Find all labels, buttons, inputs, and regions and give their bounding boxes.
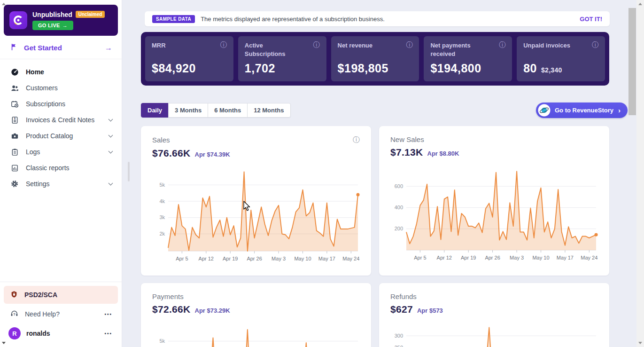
content-scrollbar-thumb[interactable] [628,8,636,115]
sidebar-item-psd2-sca[interactable]: PSD2/SCA [4,286,118,304]
user-menu[interactable]: R ronalds ••• [0,323,122,344]
info-icon[interactable]: ⓘ [220,41,227,48]
metric-title: MRR [152,41,166,50]
metric-value: $194,800 [430,62,481,75]
invoices-icon: $ [10,116,19,124]
sidebar-item-label: Classic reports [26,164,70,172]
sidebar-item-invoices[interactable]: $ Invoices & Credit Notes [0,112,122,128]
more-icon[interactable]: ••• [104,331,112,336]
svg-text:300: 300 [395,333,403,339]
sidebar-item-label: Subscriptions [26,100,65,108]
chevron-down-icon [109,181,113,185]
svg-text:Apr 12: Apr 12 [437,255,452,260]
metric-title: Unpaid invoices [523,41,570,50]
metric-value: 1,702 [245,62,275,75]
sidebar-item-label: Product Catalog [26,132,73,140]
chevron-down-icon [109,149,113,153]
new-sales-card: New Sales $7.13K Apr $8.80K 200400600Apr… [379,126,609,276]
scroll-up-icon[interactable] [2,3,6,5]
svg-text:5k: 5k [159,338,165,344]
svg-text:May 10: May 10 [294,256,311,261]
got-it-button[interactable]: GOT IT! [580,16,602,23]
sample-data-banner: SAMPLE DATA The metrics displayed are re… [145,11,610,26]
info-icon[interactable]: ⓘ [313,41,320,48]
refunds-chart[interactable]: 250300Apr 5Apr 12Apr 19Apr 26May 3May 10… [390,323,598,347]
period-tabs: Daily 3 Months 6 Months 12 Months [141,103,291,118]
scroll-down-icon[interactable] [638,342,642,344]
more-icon[interactable]: ••• [104,312,112,317]
metrics-panel: MRRⓘ $84,920 Active Subscriptionsⓘ 1,702… [141,32,609,86]
chart-comparison: Apr $573 [417,307,443,314]
chevron-down-icon [109,117,113,121]
divider [0,282,122,282]
scroll-up-icon[interactable] [638,3,642,5]
sidebar-item-classic-reports[interactable]: Classic reports [0,160,122,176]
info-icon[interactable]: ⓘ [406,41,412,48]
revenuestory-logo-icon [538,104,551,117]
svg-text:3k: 3k [159,214,165,220]
sidebar-scrollbar-thumb[interactable] [128,162,130,181]
sidebar-item-subscriptions[interactable]: Subscriptions [0,96,122,112]
get-started-link[interactable]: Get Started → [0,36,122,59]
arrow-right-icon: → [62,23,68,28]
sidebar-nav: Home Customers Subscriptions $ Invoices … [0,59,122,192]
headset-help-icon: ? [10,309,18,319]
sidebar-item-logs[interactable]: Logs [0,144,122,160]
sidebar-item-label: Customers [26,84,58,92]
svg-text:600: 600 [395,183,403,189]
unclaimed-badge: Unclaimed [76,11,105,18]
flag-icon [10,43,18,52]
info-icon[interactable]: ⓘ [353,135,360,144]
tab-6-months[interactable]: 6 Months [208,103,248,118]
classic-reports-icon [10,164,19,172]
svg-text:Apr 12: Apr 12 [199,256,214,261]
sales-card: Sales ⓘ $76.66K Apr $74.39K 2k3k4k5kApr … [141,126,371,276]
chart-title: Payments [152,292,184,300]
gauge-icon [10,68,19,76]
tab-daily[interactable]: Daily [141,103,169,118]
metric-value: $198,805 [338,62,388,75]
sidebar-item-settings[interactable]: Settings [0,176,122,192]
sample-data-badge: SAMPLE DATA [152,15,195,23]
new-sales-chart[interactable]: 200400600Apr 5Apr 12Apr 19Apr 26May 3May… [390,166,598,267]
svg-text:400: 400 [395,205,403,210]
go-to-revenuestory-button[interactable]: Go to RevenueStory › [536,103,628,118]
product-catalog-icon [10,132,19,140]
get-started-label: Get Started [24,44,62,52]
chevron-down-icon [109,133,113,137]
scroll-down-icon[interactable] [2,342,6,344]
tab-3-months[interactable]: 3 Months [168,103,208,118]
sidebar-item-customers[interactable]: Customers [0,80,122,96]
info-icon[interactable]: ⓘ [499,41,505,48]
revenuestory-label: Go to RevenueStory [555,107,613,114]
metric-card-active-subscriptions: Active Subscriptionsⓘ 1,702 [238,36,326,81]
sidebar-item-label: Settings [26,180,50,188]
svg-text:May 3: May 3 [272,256,286,261]
metric-title: Net revenue [338,41,372,50]
chargebee-logo-icon [9,11,27,29]
arrow-right-icon: → [105,44,112,52]
need-help-item[interactable]: ? Need Help? ••• [0,306,122,323]
tab-12-months[interactable]: 12 Months [247,103,290,118]
chart-title: New Sales [390,135,424,143]
settings-icon [10,180,19,188]
window-scrollbar[interactable] [636,0,644,347]
sidebar-item-label: Logs [26,148,40,156]
main-content: SAMPLE DATA The metrics displayed are re… [122,0,644,347]
sample-data-message: The metrics displayed are representative… [201,16,385,23]
sales-chart[interactable]: 2k3k4k5kApr 5Apr 12Apr 19Apr 26May 3May … [152,166,360,268]
svg-text:May 17: May 17 [318,256,335,261]
chart-title: Sales [152,136,170,144]
sidebar: Unpublished Unclaimed GO LIVE → Get Star… [0,0,122,347]
svg-text:4k: 4k [159,198,165,204]
go-live-button[interactable]: GO LIVE → [32,21,73,30]
chart-title: Refunds [390,292,417,300]
svg-text:May 24: May 24 [581,255,597,260]
info-icon[interactable]: ⓘ [592,41,598,48]
chart-value: $76.66K [152,148,191,159]
sidebar-item-product-catalog[interactable]: Product Catalog [0,128,122,144]
sidebar-item-home[interactable]: Home [0,64,122,80]
payments-chart[interactable]: 2k3k4k5kApr 5Apr 12Apr 19Apr 26May 3May … [152,323,360,347]
payments-card: Payments $72.66K Apr $73.29K 2k3k4k5kApr… [141,283,371,347]
svg-text:Apr 5: Apr 5 [414,255,426,260]
